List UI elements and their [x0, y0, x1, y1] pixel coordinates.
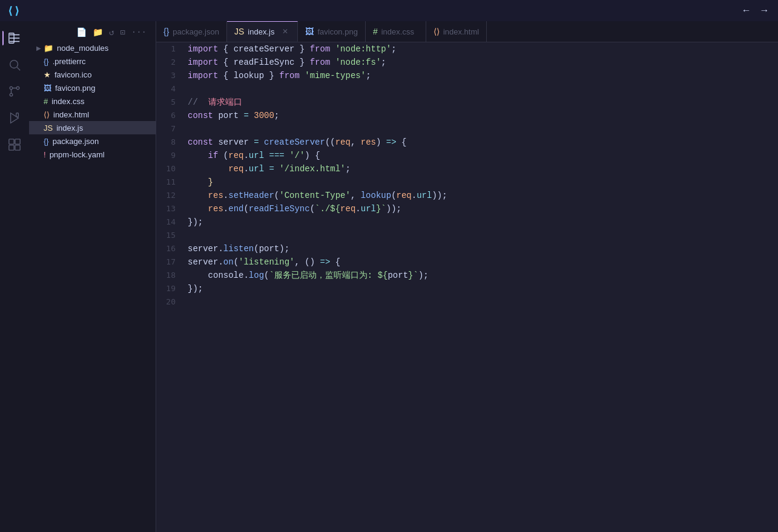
nav-forward-button[interactable]: → — [757, 4, 771, 18]
code-line: 6const port = 3000; — [156, 109, 778, 122]
main-layout: 📄 📁 ↺ ⊡ ··· ▶ 📁 node_modules ▶ {} .prett… — [0, 21, 778, 532]
tab-label-favicon-png: favicon.png — [317, 27, 358, 36]
menu-go[interactable] — [91, 10, 96, 12]
tab-index-html[interactable]: ⟨⟩ index.html — [426, 21, 487, 42]
svg-rect-9 — [15, 139, 20, 144]
line-number: 4 — [156, 82, 185, 96]
line-number: 5 — [156, 96, 185, 109]
tab-favicon-png[interactable]: 🖼 favicon.png — [298, 21, 366, 42]
line-number: 20 — [156, 295, 185, 309]
line-number: 18 — [156, 269, 185, 282]
yaml-icon: ! — [44, 150, 46, 159]
tree-package-json[interactable]: ▶ {} package.json — [29, 134, 156, 148]
activity-run-debug[interactable] — [2, 106, 27, 130]
line-content: import { createServer } from 'node:http'… — [185, 42, 778, 56]
tabs-bar: {} package.json JS index.js ✕ 🖼 favicon.… — [156, 21, 778, 42]
activity-explorer[interactable] — [2, 26, 27, 50]
tree-index-css[interactable]: ▶ # index.css — [29, 94, 156, 108]
tree-favicon-png[interactable]: ▶ 🖼 favicon.png — [29, 81, 156, 94]
new-folder-button[interactable]: 📁 — [91, 26, 105, 39]
tree-node-modules[interactable]: ▶ 📁 node_modules — [29, 41, 156, 54]
tab-icon-package-json: {} — [163, 27, 169, 36]
nav-back-button[interactable]: ← — [740, 4, 753, 18]
svg-line-2 — [17, 67, 20, 70]
line-number: 10 — [156, 162, 185, 176]
svg-rect-8 — [9, 139, 14, 144]
folder-icon: 📁 — [44, 44, 53, 53]
menu-terminal[interactable] — [120, 10, 125, 12]
line-content — [185, 122, 778, 136]
tree-pnpm-lock[interactable]: ▶ ! pnpm-lock.yaml — [29, 148, 156, 161]
line-content — [185, 82, 778, 96]
activity-source-control[interactable] — [2, 79, 27, 103]
code-line: 14}); — [156, 215, 778, 229]
collapse-button[interactable]: ⊡ — [118, 26, 127, 39]
editor-area: {} package.json JS index.js ✕ 🖼 favicon.… — [156, 21, 778, 532]
refresh-button[interactable]: ↺ — [107, 26, 116, 39]
spacer: ▶ — [36, 85, 41, 91]
line-content: const server = createServer((req, res) =… — [185, 136, 778, 149]
code-line: 19}); — [156, 282, 778, 295]
code-line: 13 res.end(readFileSync(`./${req.url}`))… — [156, 202, 778, 215]
tab-label-index-css: index.css — [381, 27, 414, 36]
code-editor[interactable]: 1import { createServer } from 'node:http… — [156, 42, 778, 532]
tab-icon-index-html: ⟨⟩ — [434, 27, 440, 36]
line-content: }); — [185, 215, 778, 229]
code-line: 3import { lookup } from 'mime-types'; — [156, 69, 778, 82]
menu-selection[interactable] — [62, 10, 67, 12]
tree-label: node_modules — [57, 44, 108, 53]
line-number: 16 — [156, 242, 185, 255]
tab-index-css[interactable]: # index.css — [366, 21, 426, 42]
tab-close-index-js[interactable]: ✕ — [280, 27, 290, 36]
svg-point-5 — [10, 87, 13, 90]
line-number: 12 — [156, 189, 185, 202]
tree-label: index.html — [53, 110, 89, 119]
menu-file[interactable] — [33, 10, 38, 12]
menu-help[interactable] — [134, 10, 139, 12]
line-content: res.setHeader('Content-Type', lookup(req… — [185, 189, 778, 202]
json-icon: {} — [44, 57, 49, 66]
line-content: // 请求端口 — [185, 96, 778, 109]
code-line: 11 } — [156, 176, 778, 189]
star-icon: ★ — [44, 70, 51, 79]
code-line: 16server.listen(port); — [156, 242, 778, 255]
code-line: 5// 请求端口 — [156, 96, 778, 109]
tab-index-js[interactable]: JS index.js ✕ — [227, 21, 298, 42]
sidebar-explorer: 📄 📁 ↺ ⊡ ··· ▶ 📁 node_modules ▶ {} .prett… — [29, 21, 156, 532]
line-number: 8 — [156, 136, 185, 149]
tree-label: index.js — [56, 123, 83, 133]
tree-index-html[interactable]: ▶ ⟨⟩ index.html — [29, 108, 156, 121]
code-line: 18 console.log(`服务已启动，监听端口为: ${port}`); — [156, 269, 778, 282]
spacer: ▶ — [36, 111, 41, 118]
more-button[interactable]: ··· — [130, 26, 148, 39]
menu-bar — [33, 10, 139, 12]
activity-extensions[interactable] — [2, 133, 27, 157]
tree-label: favicon.ico — [54, 70, 91, 79]
line-content: console.log(`服务已启动，监听端口为: ${port}`); — [185, 269, 778, 282]
tree-index-js[interactable]: ▶ JS index.js — [29, 121, 156, 134]
menu-edit[interactable] — [47, 10, 52, 12]
code-line: 9 if (req.url === '/') { — [156, 149, 778, 162]
sidebar-header: 📄 📁 ↺ ⊡ ··· — [29, 21, 156, 41]
svg-point-4 — [16, 87, 19, 90]
menu-view[interactable] — [76, 10, 81, 12]
menu-run[interactable] — [105, 10, 110, 12]
svg-point-1 — [10, 61, 18, 68]
code-line: 10 req.url = '/index.html'; — [156, 162, 778, 176]
new-file-button[interactable]: 📄 — [74, 26, 88, 39]
svg-rect-11 — [15, 145, 20, 150]
code-line: 17server.on('listening', () => { — [156, 255, 778, 269]
tree-favicon-ico[interactable]: ▶ ★ favicon.ico — [29, 68, 156, 81]
line-number: 13 — [156, 202, 185, 215]
tab-label-index-js: index.js — [248, 27, 274, 36]
vscode-logo: ⟨⟩ — [7, 4, 21, 18]
activity-search[interactable] — [2, 53, 27, 77]
titlebar: ⟨⟩ ← → — [0, 0, 778, 21]
line-content: } — [185, 176, 778, 189]
tab-package-json[interactable]: {} package.json — [156, 21, 227, 42]
line-content — [185, 229, 778, 242]
tree-prettierrc[interactable]: ▶ {} .prettierrc — [29, 54, 156, 68]
line-number: 1 — [156, 42, 185, 56]
line-number: 7 — [156, 122, 185, 136]
activity-bar — [0, 21, 29, 532]
